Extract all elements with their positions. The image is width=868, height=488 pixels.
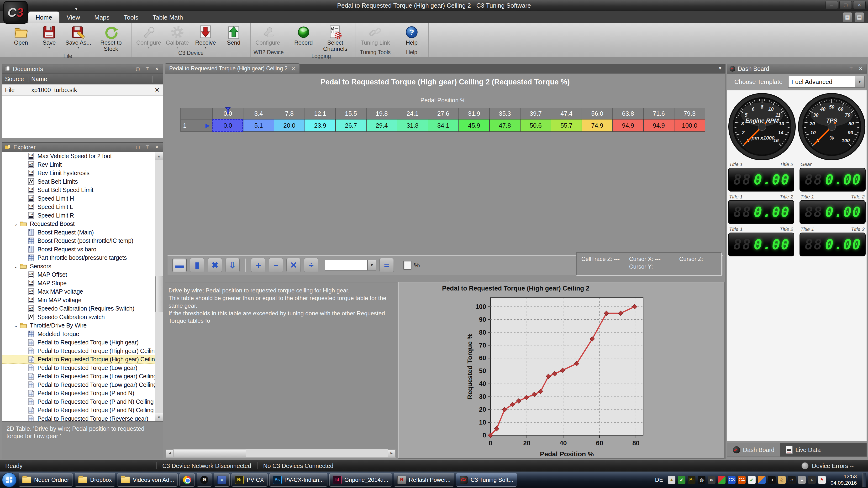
taskbar-app-c3-tuning-soft-[interactable]: C3C3 Tuning Soft... [456,473,517,487]
panel-restore-icon[interactable]: ▢ [134,66,141,72]
taskbar-clock[interactable]: 12:53 04.09.2016 [831,474,857,486]
media-player-tray-icon[interactable]: ◑ [768,476,776,484]
help-button[interactable]: ?Help [398,24,426,46]
open-button[interactable]: Open [7,24,35,46]
explorer-item[interactable]: 1:0Max MAP voltage [2,287,163,296]
digital-display[interactable]: 880.00 [800,168,866,192]
start-button[interactable] [2,473,17,487]
close-button[interactable]: ✕ [853,1,866,9]
chevron-expanded-icon[interactable]: ⌄ [12,263,20,269]
network-plug-tray-icon[interactable]: ⏚ [798,476,806,484]
explorer-item[interactable]: Pedal to Requested Torque (High gear) [2,338,163,347]
explorer-item[interactable]: Pedal to Requested Torque (P and N) Ceil… [2,398,163,406]
send-button[interactable]: Send [220,24,247,46]
volume-tray-icon[interactable]: ♫ [808,476,816,484]
adobe-bridge-tray-icon[interactable]: Br [688,476,695,484]
column-header-cell[interactable]: 3.4 [243,108,274,119]
c3-app-logo-icon[interactable]: C3 [3,1,28,24]
chevron-down-icon[interactable]: ▾ [176,46,178,49]
table-cell[interactable]: 94.9 [613,119,644,132]
explorer-item[interactable]: 1:0Speed Limit L [2,203,163,211]
update-check-tray-icon[interactable]: ✔ [748,476,755,484]
table-cell[interactable]: 31.8 [397,119,428,132]
show-desktop-button[interactable] [863,473,866,487]
taskbar-app-pv-cx-indian-[interactable]: PsPV-CX-Indian... [270,473,328,487]
taskbar-app-reflash-power-[interactable]: RReflash Power... [394,473,454,487]
table-cell[interactable]: 74.9 [582,119,613,132]
maximize-button[interactable]: ▢ [839,1,852,9]
explorer-item[interactable]: ⌄Requested Boost [2,220,163,228]
table-cell[interactable]: 23.9 [305,119,336,132]
explorer-item[interactable]: Pedal to Requested Torque (High gear) Ce… [2,347,163,355]
taskbar-app-pv-cx[interactable]: BrPV CX [231,473,267,487]
column-header-cell[interactable]: 27.6 [428,108,459,119]
explorer-item[interactable]: Pedal to Requested Torque (Reverse gear) [2,415,163,421]
table-cell[interactable]: 55.7 [551,119,582,132]
ribbon-tab-home[interactable]: Home [28,11,59,23]
horizontal-scrollbar[interactable]: ◄ ► [166,449,396,458]
titlebar-tool-icon-1[interactable]: ▦ [843,12,852,22]
explorer-item[interactable]: Speedo Calibration switch [2,313,163,322]
percent-toggle[interactable]: % [403,261,420,270]
record-button[interactable]: Record [290,24,317,46]
explorer-item[interactable]: Pedal to Requested Torque (P and N) Ceil… [2,406,163,415]
explorer-item[interactable]: ⌄Throttle/Drive By Wire [2,321,163,330]
add-button[interactable]: ＋ [251,258,266,272]
column-header-name[interactable]: Name [28,76,153,83]
explorer-item[interactable]: Pedal to Requested Torque (Low gear) [2,364,163,372]
math-value-input[interactable] [325,260,368,270]
column-header-cell[interactable]: 39.7 [520,108,551,119]
explorer-item[interactable]: 1:0Rev Limit hysteresis [2,169,163,177]
explorer-item[interactable]: Part throttle boost/pressure targets [2,254,163,262]
document-close-icon[interactable]: ✕ [154,86,160,94]
column-header-cell[interactable]: 15.5 [336,108,366,119]
scroll-right-icon[interactable]: ► [388,449,396,457]
chevron-expanded-icon[interactable]: ⌄ [12,221,20,227]
save-as--button[interactable]: Save As...▾ [63,24,93,50]
dashboard-tab-live-data[interactable]: Live Data [780,443,827,457]
explorer-item[interactable]: 1:0Speed Limit H [2,194,163,203]
explorer-item[interactable]: 1:0Speed Limit R [2,211,163,220]
chevron-down-icon[interactable]: ▾ [48,46,50,49]
explorer-item[interactable]: Boost Request (post throttle/IC temp) [2,237,163,245]
receive-button[interactable]: Receive▾ [192,24,219,50]
explorer-item[interactable]: 1:0Rev Limit [2,161,163,169]
column-header-cell[interactable]: 35.3 [490,108,520,119]
column-header-cell[interactable]: 7.8 [274,108,305,119]
document-tab[interactable]: Pedal to Requested Torque (High gear) Ce… [165,63,300,73]
quickcam-tray-icon[interactable]: ♘ [778,476,786,484]
explorer-item[interactable]: Modeled Torque [2,330,163,338]
chevron-expanded-icon[interactable]: ⌄ [12,323,20,328]
column-header-cell[interactable]: 0.0 [212,108,243,119]
explorer-item[interactable]: Boost Request vs baro [2,245,163,254]
warning-tray-icon[interactable]: ▲ [668,476,675,484]
taskbar-app-blackcircle[interactable]: Ø [197,473,212,487]
column-header-cell[interactable]: 12.1 [305,108,336,119]
digital-display[interactable]: 880.00 [728,168,794,192]
cc3-tray-icon[interactable]: C3 [728,476,736,484]
bluetooth-tray-icon[interactable] [758,476,766,484]
table-cell[interactable]: 47.8 [490,119,520,132]
column-header-cell[interactable]: 47.4 [551,108,582,119]
titlebar-tool-icon-2[interactable]: ▤ [855,12,864,22]
table-cell[interactable]: 34.1 [428,119,459,132]
chevron-down-icon[interactable]: ▾ [148,46,150,49]
chevron-down-icon[interactable]: ▼ [368,260,376,271]
table-cell[interactable]: 20.0 [274,119,305,132]
column-header-cell[interactable]: 63.8 [613,108,644,119]
multiply-button[interactable]: ✕ [286,258,301,272]
chevron-down-icon[interactable]: ▼ [855,76,864,87]
table-cell[interactable]: 26.7 [336,119,366,132]
fill-vertical-button[interactable]: ▮ [190,258,204,272]
select-channels-button[interactable]: Select Channels [318,24,353,53]
panel-close-icon[interactable]: ✕ [857,66,864,72]
panel-pin-icon[interactable]: ⊤ [144,144,151,150]
explorer-item[interactable]: 1:0Speedo Calibration (Requires Switch) [2,304,163,313]
column-header-cell[interactable]: 24.1 [397,108,428,119]
scroll-up-icon[interactable]: ▲ [155,152,163,160]
scrollbar-thumb[interactable] [174,450,246,457]
table-cell[interactable]: 5.1 [243,119,274,132]
minimize-button[interactable]: ─ [826,1,838,9]
cc4-tray-icon[interactable]: C4 [738,476,746,484]
explorer-item[interactable]: Pedal to Requested Torque (P and N) [2,389,163,398]
